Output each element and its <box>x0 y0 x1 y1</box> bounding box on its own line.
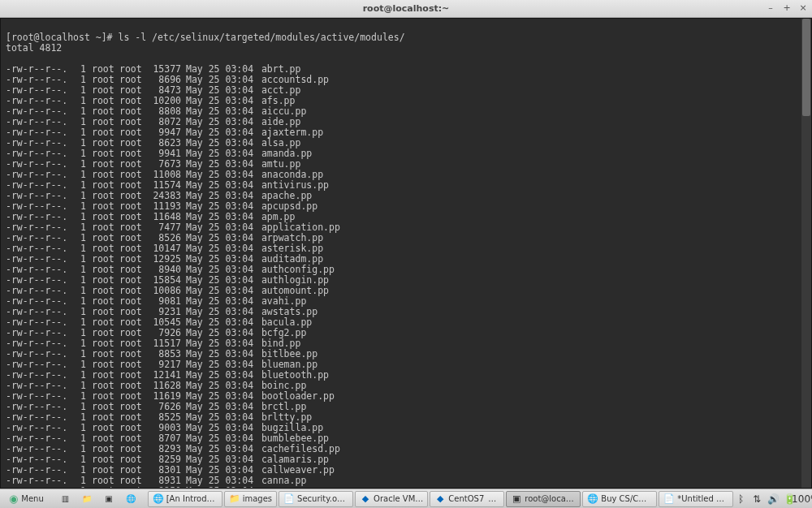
taskbar-item[interactable]: 📄Security.od… <box>279 491 353 507</box>
task-icon: 📁 <box>229 493 240 505</box>
window-controls: – + × <box>765 2 809 13</box>
task-icon: ▣ <box>511 493 522 505</box>
scroll-thumb[interactable] <box>802 19 810 116</box>
task-label: images <box>243 494 272 503</box>
task-label: [An Introdu… <box>166 494 218 503</box>
network-icon[interactable]: ⇅ <box>751 493 762 505</box>
task-icon: 🌐 <box>587 493 598 505</box>
battery-percent: 100% <box>800 493 811 505</box>
terminal-icon: ▣ <box>105 494 112 503</box>
task-icon: 🌐 <box>153 493 164 505</box>
taskbar-item[interactable]: 🌐Buy CS/CU… <box>582 491 657 507</box>
window-title: root@localhost:~ <box>363 3 450 14</box>
browser-launcher[interactable]: 🌐 <box>120 491 141 507</box>
taskbar-item[interactable]: 📁images <box>224 491 277 507</box>
menu-icon: ◉ <box>9 493 18 505</box>
system-tray: ᛒ ⇅ 🔊 🔋 100% ⛶ 12:32 ◐ <box>735 493 812 505</box>
task-label: CentOS7_w… <box>448 494 499 503</box>
task-icon: ◆ <box>360 493 371 505</box>
taskbar-item[interactable]: 🌐[An Introdu… <box>148 491 222 507</box>
folder-icon: 📁 <box>82 494 92 503</box>
task-label: root@local… <box>525 494 576 503</box>
taskbar-item[interactable]: ▣root@local… <box>506 491 581 507</box>
task-icon: ◆ <box>434 493 446 505</box>
window-titlebar: root@localhost:~ – + × <box>0 0 812 18</box>
show-desktop-button[interactable]: ▥ <box>56 491 75 507</box>
task-label: Security.od… <box>297 494 348 503</box>
close-icon[interactable]: × <box>797 2 809 13</box>
volume-icon[interactable]: 🔊 <box>767 493 779 505</box>
menu-button[interactable]: ◉ Menu <box>3 491 50 507</box>
maximize-icon[interactable]: + <box>781 2 793 13</box>
file-manager-launcher[interactable]: 📁 <box>76 491 97 507</box>
task-label: Buy CS/CU… <box>601 494 652 503</box>
desktop-icon: ▥ <box>62 494 69 503</box>
minimize-icon[interactable]: – <box>765 2 776 13</box>
task-icon: 📄 <box>663 493 675 505</box>
menu-label: Menu <box>21 494 43 503</box>
globe-icon: 🌐 <box>126 494 136 503</box>
task-label: *Untitled D… <box>677 494 728 503</box>
taskbar-item[interactable]: ◆CentOS7_w… <box>430 491 504 507</box>
terminal-output[interactable]: [root@localhost ~]# ls -l /etc/selinux/t… <box>0 18 812 489</box>
terminal-scrollbar[interactable] <box>801 19 811 488</box>
total-line: total 4812 <box>6 43 806 54</box>
taskbar-item[interactable]: 📄*Untitled D… <box>659 491 733 507</box>
task-label: Oracle VM… <box>374 494 423 503</box>
terminal-launcher[interactable]: ▣ <box>99 491 118 507</box>
bluetooth-icon[interactable]: ᛒ <box>735 493 746 505</box>
task-icon: 📄 <box>283 493 295 505</box>
taskbar: ◉ Menu ▥ 📁 ▣ 🌐 🌐[An Introdu…📁images📄Secu… <box>0 489 812 508</box>
taskbar-item[interactable]: ◆Oracle VM… <box>355 491 428 507</box>
prompt-line: [root@localhost ~]# ls -l /etc/selinux/t… <box>6 32 405 43</box>
